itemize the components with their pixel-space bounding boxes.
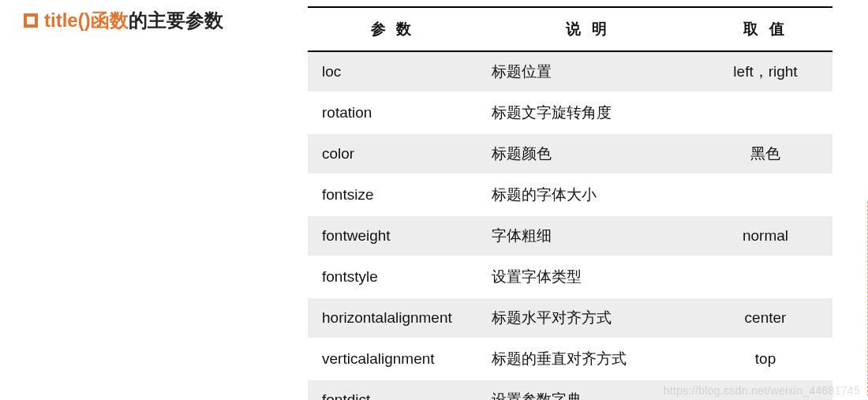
- table-row: horizontalalignment标题水平对齐方式center: [308, 297, 832, 338]
- header-param: 参 数: [308, 7, 477, 51]
- table-row: fontweight字体粗细normal: [308, 215, 832, 256]
- table-row: color标题颜色黑色: [308, 133, 832, 174]
- table-row: loc标题位置left，right: [308, 51, 832, 92]
- cell-param: color: [308, 133, 477, 174]
- cell-param: rotation: [308, 92, 477, 133]
- cell-param: fontdict: [308, 379, 477, 400]
- cell-value: [698, 256, 832, 297]
- cell-param: loc: [308, 51, 477, 92]
- cell-value: [698, 92, 832, 133]
- cell-value: 黑色: [698, 133, 832, 174]
- table-row: fontstyle设置字体类型: [308, 256, 832, 297]
- cell-desc: 标题位置: [477, 51, 698, 92]
- cell-desc: 标题的字体大小: [477, 174, 698, 215]
- heading-highlight: title()函数: [44, 9, 129, 31]
- heading-rest: 的主要参数: [129, 9, 223, 31]
- cell-value: top: [698, 338, 832, 379]
- cell-param: fontweight: [308, 215, 477, 256]
- cell-desc: 标题颜色: [477, 133, 698, 174]
- cell-param: horizontalalignment: [308, 297, 477, 338]
- table-row: verticalalignment标题的垂直对齐方式top: [308, 338, 832, 379]
- cell-param: fontstyle: [308, 256, 477, 297]
- table-row: rotation标题文字旋转角度: [308, 92, 832, 133]
- table-header-row: 参 数 说 明 取 值: [308, 7, 832, 51]
- watermark-text: https://blog.csdn.net/weixin_44681745: [664, 384, 860, 397]
- cell-desc: 标题的垂直对齐方式: [477, 338, 698, 379]
- cell-param: fontsize: [308, 174, 477, 215]
- cell-param: verticalalignment: [308, 338, 477, 379]
- cell-desc: 标题文字旋转角度: [477, 92, 698, 133]
- cell-value: [698, 174, 832, 215]
- cell-desc: 标题水平对齐方式: [477, 297, 698, 338]
- bullet-icon: [24, 13, 38, 28]
- cell-value: left，right: [698, 51, 832, 92]
- cell-desc: 字体粗细: [477, 215, 698, 256]
- cell-desc: 设置字体类型: [477, 256, 698, 297]
- cell-value: center: [698, 297, 832, 338]
- table-row: fontsize标题的字体大小: [308, 174, 832, 215]
- params-table: 参 数 说 明 取 值 loc标题位置left，rightrotation标题文…: [308, 6, 832, 400]
- header-value: 取 值: [698, 7, 832, 51]
- header-desc: 说 明: [477, 7, 698, 51]
- params-table-container: 参 数 说 明 取 值 loc标题位置left，rightrotation标题文…: [308, 6, 832, 400]
- cell-value: normal: [698, 215, 832, 256]
